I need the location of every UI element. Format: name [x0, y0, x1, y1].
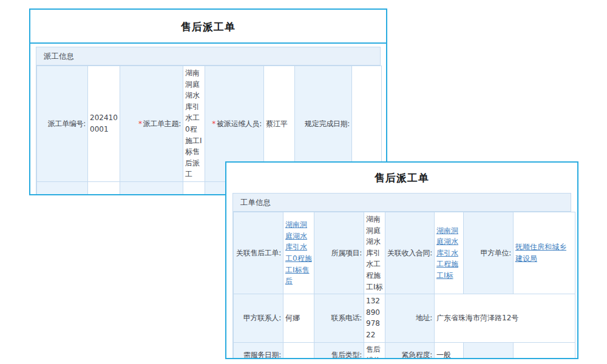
section-work-order-info-header: 工单信息	[233, 194, 571, 212]
related-order-cell: 湖南洞庭湖水库引水工0程施工I标售后	[283, 212, 314, 294]
work-order-info-table: 关联售后工单: 湖南洞庭湖水库引水工0程施工I标售后 所属项目: 湖南洞庭湖水库…	[233, 212, 575, 359]
income-contract-cell: 湖南洞庭湖水库引水工程施工I标	[435, 212, 464, 294]
income-contract-label: 关联收入合同:	[385, 212, 435, 294]
dispatch-date-label: 派工日期:	[120, 181, 183, 195]
work-order-panel: 售后派工单 工单信息 关联售后工单: 湖南洞庭湖水库引水工0程施工I标售后 所属…	[225, 161, 578, 359]
section-dispatch-info-header: 派工信息	[36, 47, 380, 66]
contact-value: 何娜	[283, 294, 314, 342]
empty-label-cell	[464, 342, 514, 359]
urgency-label: 紧急程度:	[385, 342, 435, 359]
table-row: 甲方联系人: 何娜 联系电话: 13289097822 地址: 广东省珠海市菏泽…	[234, 294, 575, 342]
screen: 售后派工单 派工信息 派工单编号: 2024100001 *派工单主题: 湖南洞…	[0, 0, 607, 364]
dispatch-no-label: 派工单编号:	[37, 66, 88, 182]
address-value: 广东省珠海市菏泽路12号	[435, 294, 575, 342]
income-contract-link[interactable]: 湖南洞庭湖水库引水工程施工I标	[436, 226, 458, 280]
service-date-value	[283, 342, 314, 359]
service-type-label: 售后类型:	[314, 342, 364, 359]
subject-label: *派工单主题:	[120, 66, 183, 182]
address-label: 地址:	[385, 294, 435, 342]
table-row: 需服务日期: 售后类型: 售后维修 紧急程度: 一般	[234, 342, 575, 359]
related-order-link[interactable]: 湖南洞庭湖水库引水工0程施工I标售后	[285, 220, 312, 285]
urgency-value: 一般	[435, 342, 464, 359]
phone-value: 13289097822	[364, 294, 385, 342]
table-row: 关联售后工单: 湖南洞庭湖水库引水工0程施工I标售后 所属项目: 湖南洞庭湖水库…	[234, 212, 575, 294]
page-title: 售后派工单	[226, 163, 577, 193]
project-label: 所属项目:	[314, 212, 364, 294]
dispatch-no-value: 2024100001	[88, 66, 120, 182]
subject-value: 湖南洞庭湖水库引水工0程施工I标售后派工	[183, 66, 205, 182]
dispatch-date-value	[183, 181, 205, 195]
dispatcher-label: 派工人员:	[37, 181, 88, 195]
project-value: 湖南洞庭湖水库引水工程施工I标	[364, 212, 385, 294]
party-a-link[interactable]: 抚顺住房和城乡建设局	[515, 243, 566, 263]
party-a-cell: 抚顺住房和城乡建设局	[514, 212, 575, 294]
phone-label: 联系电话:	[314, 294, 364, 342]
related-order-label: 关联售后工单:	[234, 212, 283, 294]
required-marker: *	[212, 120, 215, 128]
required-marker: *	[138, 120, 142, 128]
party-a-label: 甲方单位:	[464, 212, 514, 294]
service-date-label: 需服务日期:	[234, 342, 283, 359]
contact-label: 甲方联系人:	[234, 294, 283, 342]
service-type-value: 售后维修	[364, 342, 385, 359]
dispatcher-value: 章燕	[88, 181, 120, 195]
page-title: 售后派工单	[30, 10, 386, 44]
section-work-order-info: 工单信息 关联售后工单: 湖南洞庭湖水库引水工0程施工I标售后 所属项目: 湖南…	[232, 193, 571, 359]
empty-value-cell	[514, 342, 575, 359]
